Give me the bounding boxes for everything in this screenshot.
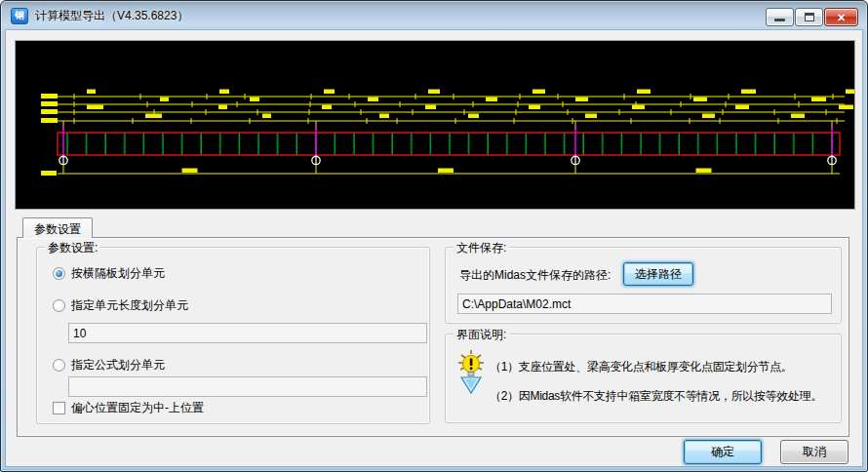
param-group-title: 参数设置:: [45, 240, 100, 256]
cancel-button[interactable]: 取消: [780, 440, 848, 464]
export-path-label: 导出的Midas文件保存的路径:: [459, 267, 611, 284]
restore-button[interactable]: [795, 8, 823, 26]
window-controls: ×: [766, 8, 858, 26]
app-icon: 钢: [11, 8, 28, 24]
info-group-title: 界面说明:: [454, 327, 509, 343]
minimize-button[interactable]: [766, 8, 794, 26]
choose-path-button[interactable]: 选择路径: [623, 262, 693, 286]
checkbox-label: 偏心位置固定为中-上位置: [71, 400, 204, 416]
dialog-body: 参数设置 参数设置: 按横隔板划分单元 指定单元长度划分单元 指定公式划分单元 …: [6, 30, 862, 466]
close-icon: ×: [837, 11, 845, 24]
ok-button[interactable]: 确定: [684, 440, 762, 464]
note-line-1: （1）支座位置处、梁高变化点和板厚变化点固定划分节点。: [490, 359, 793, 375]
element-length-input[interactable]: [68, 323, 427, 343]
radio-divide-by-length[interactable]: 指定单元长度划分单元: [53, 297, 188, 313]
tab-parameter-settings[interactable]: 参数设置: [22, 217, 93, 238]
note-line-2: （2）因Midas软件不支持中箱室宽度不等情况，所以按等效处理。: [490, 388, 822, 405]
file-save-group: 文件保存: 导出的Midas文件保存的路径: 选择路径: [445, 247, 842, 324]
dialog-window: 钢 计算模型导出（V4.35.6823） × 参数设置 参数设置: 按横隔板划分…: [0, 0, 868, 472]
restore-icon: [805, 13, 814, 21]
window-title: 计算模型导出（V4.35.6823）: [35, 8, 188, 24]
radio-icon[interactable]: [53, 267, 65, 280]
minimize-icon: [774, 19, 785, 21]
radio-label: 指定公式划分单元: [71, 357, 165, 374]
titlebar[interactable]: 钢 计算模型导出（V4.35.6823） ×: [1, 1, 867, 30]
param-settings-group: 参数设置: 按横隔板划分单元 指定单元长度划分单元 指定公式划分单元 偏心位置固…: [36, 247, 430, 424]
radio-icon[interactable]: [53, 299, 65, 312]
export-path-input[interactable]: [457, 294, 832, 314]
checkbox-eccentric-position[interactable]: 偏心位置固定为中-上位置: [53, 400, 204, 415]
radio-label: 指定单元长度划分单元: [71, 297, 188, 314]
tip-bulb-icon: [455, 350, 487, 395]
checkbox-icon[interactable]: [53, 402, 65, 414]
ui-notes-group: 界面说明: （1）支座位置处、梁高变化点和板厚变化点固定划分节点。 （2）因Mi…: [445, 334, 842, 423]
file-group-title: 文件保存:: [454, 240, 509, 256]
radio-icon[interactable]: [53, 359, 65, 372]
formula-input[interactable]: [68, 376, 427, 397]
radio-divide-by-formula[interactable]: 指定公式划分单元: [53, 357, 165, 373]
radio-label: 按横隔板划分单元: [71, 265, 165, 282]
close-button[interactable]: ×: [824, 8, 858, 26]
bridge-elevation-drawing: [16, 41, 854, 209]
model-preview-panel: [15, 40, 855, 210]
radio-divide-by-diaphragm[interactable]: 按横隔板划分单元: [53, 265, 165, 281]
